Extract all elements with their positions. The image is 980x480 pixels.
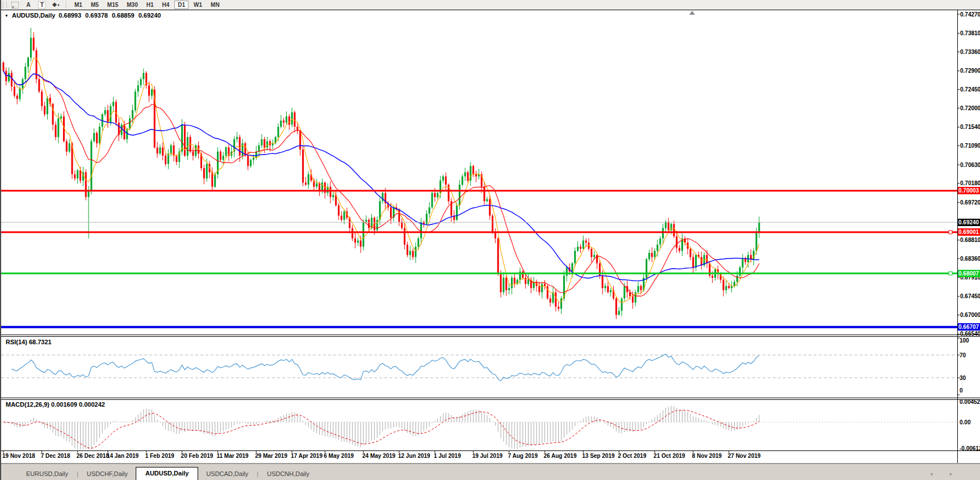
price-badge-0.66707: 0.66707	[958, 323, 980, 331]
chart-symbol: AUDUSD,Daily	[12, 12, 55, 19]
price-badge-0.70003: 0.70003	[958, 187, 980, 194]
trading-terminal-window: F A T ❖ ▾ M1M5M15M30H1H4D1W1MN ▼ AUDUSD,…	[0, 0, 980, 480]
macd-histogram	[3, 406, 759, 449]
rsi-label: RSI(14) 68.7321	[6, 339, 52, 345]
chart-canvas[interactable]	[1, 0, 980, 480]
macd-label: MACD(12,26,9) 0.001609 0.000242	[6, 401, 105, 408]
macd-signal-line	[3, 410, 759, 448]
chart-title: ▼ AUDUSD,Daily 0.68993 0.69378 0.68859 0…	[5, 12, 161, 19]
rsi-line	[12, 354, 760, 381]
price-badge-0.68007: 0.68007	[958, 270, 980, 277]
ohlc-low: 0.68859	[112, 12, 135, 19]
chart-shift-marker[interactable]	[689, 11, 695, 15]
price-badge-0.69001: 0.69001	[958, 228, 980, 236]
hline-handle[interactable]	[949, 231, 952, 234]
ohlc-open: 0.68993	[58, 12, 81, 19]
hline-handle[interactable]	[949, 272, 952, 275]
ohlc-high: 0.69378	[85, 12, 108, 19]
collapse-caret-icon[interactable]: ▼	[5, 14, 9, 18]
current-price-badge: 0.69240	[958, 219, 980, 226]
ohlc-close: 0.69240	[139, 12, 161, 19]
candles-layer	[3, 28, 760, 319]
